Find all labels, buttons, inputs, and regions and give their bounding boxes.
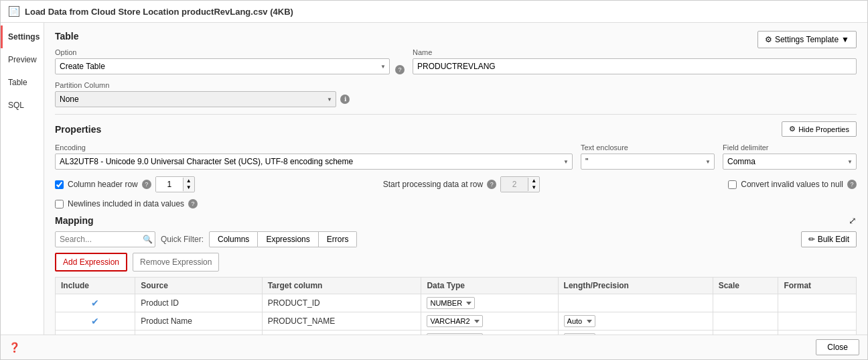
cell-format (778, 294, 857, 312)
newlines-help-icon[interactable]: ? (188, 199, 198, 208)
hide-properties-button[interactable]: ⚙ Hide Properties (782, 121, 857, 137)
filter-tab-expressions[interactable]: Expressions (258, 231, 318, 247)
mapping-section-title: Mapping (55, 215, 94, 226)
column-header-up-arrow[interactable]: ▲ (184, 178, 194, 184)
encoding-label: Encoding (55, 143, 573, 152)
search-input[interactable] (55, 231, 155, 247)
newlines-row: Newlines included in data values ? (55, 199, 857, 208)
remove-expression-button[interactable]: Remove Expression (133, 253, 219, 272)
filter-tab-errors[interactable]: Errors (319, 231, 358, 247)
bulk-edit-icon: ✏ (808, 235, 815, 244)
cell-datatype[interactable]: NUMBER (421, 294, 558, 312)
start-processing-number-input (501, 177, 528, 192)
convert-invalid-help-icon[interactable]: ? (847, 180, 857, 189)
window-icon: 📄 (9, 6, 19, 17)
start-processing-group: Start processing data at row ? ▲ ▼ (383, 176, 540, 192)
length-select[interactable]: Auto (564, 333, 595, 335)
close-button[interactable]: Close (816, 339, 859, 355)
sidebar-item-sql[interactable]: SQL (1, 94, 44, 117)
datatype-select[interactable]: NUMBER (427, 297, 475, 309)
cell-include[interactable]: ✔ (56, 331, 135, 335)
th-length: Length/Precision (558, 278, 713, 294)
text-enclosure-label: Text enclosure (581, 143, 715, 152)
hide-props-label: Hide Properties (798, 125, 849, 133)
start-processing-help-icon[interactable]: ? (487, 180, 496, 189)
length-select[interactable]: Auto (564, 315, 595, 327)
mapping-header: Mapping ⤢ (55, 215, 857, 226)
option-name-row: Option Create Table ? Name (55, 48, 857, 74)
cell-datatype[interactable]: VARCHAR2 (421, 331, 558, 335)
cell-scale (713, 331, 778, 335)
start-processing-number-group: ▲ ▼ (500, 176, 540, 192)
cell-datatype[interactable]: VARCHAR2 (421, 312, 558, 331)
sidebar-item-preview[interactable]: Preview (1, 48, 44, 71)
column-header-checkbox[interactable] (55, 180, 64, 189)
th-scale: Scale (713, 278, 778, 294)
convert-invalid-group: Convert invalid values to null ? (728, 180, 857, 189)
newlines-label: Newlines included in data values (68, 199, 184, 208)
option-select[interactable]: Create Table (55, 58, 390, 74)
partition-select[interactable]: None (55, 91, 336, 107)
encoding-row: Encoding AL32UTF8 - Unicode 9.0 Universa… (55, 143, 857, 170)
column-header-row: Column header row ? ▲ ▼ Start processing… (55, 176, 857, 192)
option-help-icon[interactable]: ? (395, 65, 405, 74)
bulk-edit-button[interactable]: ✏ Bulk Edit (801, 231, 857, 247)
start-processing-down-arrow[interactable]: ▼ (528, 184, 539, 191)
add-expression-button[interactable]: Add Expression (55, 253, 127, 272)
filter-tab-columns[interactable]: Columns (209, 231, 258, 247)
sidebar-item-settings[interactable]: Settings (1, 25, 44, 48)
column-header-label: Column header row (68, 180, 138, 189)
help-icon-bottom[interactable]: ❓ (9, 342, 20, 353)
field-delimiter-group: Field delimiter Comma (723, 143, 857, 170)
settings-template-icon: ⚙ (765, 35, 772, 44)
field-delimiter-label: Field delimiter (723, 143, 857, 152)
settings-template-button[interactable]: ⚙ Settings Template ▼ (757, 31, 857, 48)
encoding-select[interactable]: AL32UTF8 - Unicode 9.0 Universal Charact… (55, 154, 573, 170)
column-header-down-arrow[interactable]: ▼ (184, 184, 194, 191)
partition-label: Partition Column (55, 81, 350, 89)
convert-invalid-checkbox[interactable] (728, 180, 737, 189)
th-format: Format (778, 278, 857, 294)
mapping-section: Mapping ⤢ 🔍 Quick Filter: Columns Expres… (55, 215, 857, 335)
search-wrapper: 🔍 (55, 231, 155, 247)
th-target: Target column (262, 278, 421, 294)
newlines-checkbox[interactable] (55, 200, 64, 208)
cell-source: Product ID (135, 294, 262, 312)
sidebar-item-table[interactable]: Table (1, 71, 44, 94)
column-header-arrows: ▲ ▼ (183, 178, 194, 191)
name-input[interactable] (413, 58, 857, 74)
quick-filter-label: Quick Filter: (161, 235, 204, 244)
cell-target: PRODUCT_NAME (262, 312, 421, 331)
cell-include[interactable]: ✔ (56, 312, 135, 331)
text-enclosure-group: Text enclosure " (581, 143, 715, 170)
cell-include[interactable]: ✔ (56, 294, 135, 312)
cell-format (778, 331, 857, 335)
start-processing-arrows: ▲ ▼ (528, 178, 539, 191)
search-button[interactable]: 🔍 (143, 235, 153, 244)
partition-help-icon[interactable]: ℹ (340, 95, 350, 104)
datatype-select[interactable]: VARCHAR2 (427, 315, 483, 327)
bottom-bar: ❓ Close (1, 335, 867, 359)
column-header-number-input[interactable] (156, 177, 183, 192)
encoding-group: Encoding AL32UTF8 - Unicode 9.0 Universa… (55, 143, 573, 170)
text-enclosure-select[interactable]: " (581, 154, 715, 170)
main-content: ⚙ Settings Template ▼ Table Option Creat… (44, 23, 867, 335)
main-window: 📄 Load Data from Cloud Store Location pr… (0, 0, 868, 360)
properties-header: Properties ⚙ Hide Properties (55, 121, 857, 137)
filter-tabs: Columns Expressions Errors (209, 231, 357, 247)
partition-inner: None ℹ (55, 91, 350, 107)
option-select-wrapper: Create Table (55, 58, 390, 74)
cell-scale (713, 294, 778, 312)
cell-format (778, 312, 857, 331)
cell-length[interactable] (558, 294, 713, 312)
field-delimiter-select[interactable]: Comma (723, 154, 857, 170)
cell-length[interactable]: Auto (558, 331, 713, 335)
cell-source: Review (135, 331, 262, 335)
cell-length[interactable]: Auto (558, 312, 713, 331)
start-processing-up-arrow[interactable]: ▲ (528, 178, 539, 184)
column-header-number-group: ▲ ▼ (155, 176, 195, 192)
title-bar: 📄 Load Data from Cloud Store Location pr… (1, 1, 867, 23)
datatype-select[interactable]: VARCHAR2 (427, 333, 483, 335)
expand-icon[interactable]: ⤢ (849, 215, 857, 226)
column-header-help-icon[interactable]: ? (142, 180, 151, 189)
